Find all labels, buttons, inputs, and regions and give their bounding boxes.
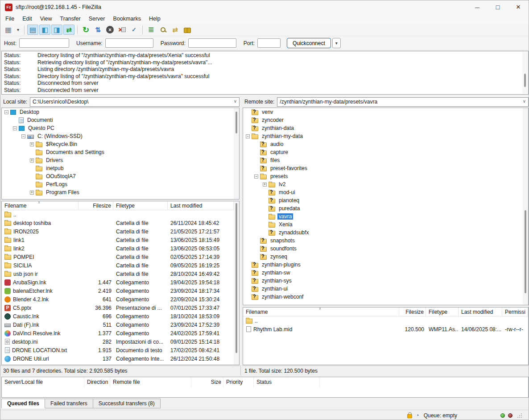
queue-column-priority[interactable]: Priority — [223, 377, 254, 388]
tree-item-inetpub[interactable]: inetpub — [2, 164, 239, 172]
collapse-icon[interactable] — [4, 110, 8, 114]
port-input[interactable] — [257, 38, 281, 48]
file-row-arubasign-lnk[interactable]: ArubaSign.lnk1.447Collegamento19/04/2025… — [2, 278, 239, 287]
quickconnect-dropdown-button[interactable] — [332, 38, 341, 48]
file-row-item[interactable]: .. — [2, 210, 239, 219]
file-row-rhythm-lab-mid[interactable]: Rhythm Lab.mid120.500WMP11.As...14/06/20… — [243, 325, 528, 333]
file-row-desktop-toshiba[interactable]: desktop toshibaCartella di file26/11/202… — [2, 219, 239, 227]
tree-item-soundfonts[interactable]: soundfonts — [243, 245, 528, 253]
column-header-filesize[interactable]: Filesize — [79, 201, 113, 210]
tree-item-capture[interactable]: capture — [243, 148, 528, 156]
menu-view[interactable]: View — [36, 14, 56, 23]
column-header-last-modified[interactable]: Last modified — [459, 308, 502, 316]
toggle-message-log-button[interactable] — [27, 25, 38, 35]
column-header-filetype[interactable]: Filetype — [113, 201, 168, 210]
column-header-filetype[interactable]: Filetype — [426, 308, 459, 316]
quickconnect-button[interactable]: Quickconnect — [287, 38, 331, 48]
tree-item-zynthian-plugins[interactable]: zynthian-plugins — [243, 261, 528, 269]
directory-filter-button[interactable] — [145, 25, 157, 35]
remote-tree-scrollbar[interactable] — [523, 108, 528, 305]
queue-column-status[interactable]: Status — [254, 377, 320, 388]
tree-item-zynthian-sw[interactable]: zynthian-sw — [243, 269, 528, 277]
collapse-icon[interactable] — [13, 126, 17, 130]
menu-file[interactable]: File — [1, 14, 18, 23]
tree-item-puredata[interactable]: puredata — [243, 204, 528, 212]
tree-item-zynthian-data[interactable]: zynthian-data — [243, 124, 528, 132]
local-list-scrollbar[interactable] — [234, 201, 239, 365]
collapse-icon[interactable] — [21, 134, 25, 138]
column-header-permissi[interactable]: Permissi — [502, 308, 528, 316]
tree-item-pianoteq[interactable]: pianoteq — [243, 196, 528, 204]
reconnect-button[interactable] — [128, 25, 140, 35]
column-header-filename[interactable]: Filename — [243, 308, 399, 316]
toggle-local-tree-button[interactable] — [39, 25, 50, 35]
host-input[interactable] — [19, 38, 69, 48]
file-row-c5-pptx[interactable]: C5.pptx36.396Presentazione di ...07/01/2… — [2, 304, 239, 312]
tree-item-perflogs[interactable]: PerfLogs — [2, 180, 239, 188]
toggle-remote-tree-button[interactable] — [51, 25, 62, 35]
tree-item-lv2[interactable]: lv2 — [243, 180, 528, 188]
file-row-item[interactable]: .. — [243, 316, 528, 325]
tab-queued-files[interactable]: Queued files — [1, 399, 45, 408]
expand-icon[interactable] — [263, 183, 267, 187]
tree-item-zynthian-my-data[interactable]: zynthian-my-data — [243, 132, 528, 140]
tree-item-documents-and-settings[interactable]: Documents and Settings — [2, 148, 239, 156]
password-input[interactable] — [188, 38, 236, 48]
menu-server[interactable]: Server — [85, 14, 109, 23]
file-row-link1[interactable]: link1Cartella di file13/06/2025 18:15:49 — [2, 236, 239, 244]
tree-item-audio[interactable]: audio — [243, 140, 528, 148]
tree-item-desktop[interactable]: Desktop — [2, 108, 239, 116]
username-input[interactable] — [105, 38, 153, 48]
tree-item-zynthian-webconf[interactable]: zynthian-webconf — [243, 293, 528, 301]
file-row-balenaetcher-lnk[interactable]: balenaEtcher.lnk2.419Collegamento23/09/2… — [2, 287, 239, 295]
queue-column-direction[interactable]: Direction — [84, 377, 110, 388]
column-header-filename[interactable]: Filename — [2, 201, 79, 210]
tab-failed-transfers[interactable]: Failed transfers — [45, 399, 93, 408]
tree-item-preset-favorites[interactable]: preset-favorites — [243, 164, 528, 172]
column-header-filesize[interactable]: Filesize — [399, 308, 426, 316]
tree-item-program-files[interactable]: Program Files — [2, 188, 239, 196]
find-files-button[interactable] — [182, 25, 193, 35]
collapse-icon[interactable] — [254, 175, 258, 179]
tree-item-c-windows-ssd[interactable]: C: (Windows-SSD) — [2, 132, 239, 140]
queue-column-server-local-file[interactable]: Server/Local file — [2, 377, 84, 388]
file-row-sicilia[interactable]: SICILIACartella di file09/05/2025 16:19:… — [2, 261, 239, 270]
queue-column-remote-file[interactable]: Remote file — [110, 377, 191, 388]
tree-item-zynthian-sys[interactable]: zynthian-sys — [243, 277, 528, 285]
menu-help[interactable]: Help — [145, 14, 165, 23]
resize-grip[interactable] — [517, 413, 522, 418]
file-row-iron2025[interactable]: IRON2025Cartella di file21/05/2025 17:21… — [2, 227, 239, 236]
file-row-drone-location-txt[interactable]: DRONE LOCATION.txt1.915Documento di test… — [2, 346, 239, 354]
log-scrollbar[interactable] — [522, 52, 528, 94]
tree-item-documenti[interactable]: Documenti — [2, 116, 239, 124]
tree-item-questo-pc[interactable]: Questo PC — [2, 124, 239, 132]
file-row-blender-4-2-lnk[interactable]: Blender 4.2.lnk641Collegamento22/09/2024… — [2, 295, 239, 304]
remote-site-combobox[interactable]: /zynthian/zynthian-my-data/presets/vavra — [277, 97, 529, 107]
file-row-pompei[interactable]: POMPEICartella di file02/05/2025 17:14:3… — [2, 253, 239, 261]
expand-icon[interactable] — [30, 142, 34, 146]
tree-item-files[interactable]: files — [243, 156, 528, 164]
expand-icon[interactable] — [30, 158, 34, 162]
synchronized-browsing-button[interactable] — [169, 25, 181, 35]
tree-item-drivers[interactable]: Drivers — [2, 156, 239, 164]
site-manager-dropdown-button[interactable] — [15, 25, 21, 35]
tab-successful-transfers-8[interactable]: Successful transfers (8) — [93, 399, 161, 408]
site-manager-button[interactable] — [3, 25, 14, 35]
close-button[interactable] — [508, 0, 529, 14]
directory-compare-button[interactable] — [157, 25, 169, 35]
file-row-usb-json-ir[interactable]: usb json irCartella di file28/10/2024 16… — [2, 270, 239, 278]
cancel-button[interactable] — [104, 25, 116, 35]
column-header-last-modified[interactable]: Last modified — [168, 201, 234, 210]
tree-item-zynaddsubfx[interactable]: zynaddsubfx — [243, 229, 528, 237]
collapse-icon[interactable] — [246, 134, 250, 138]
file-row-davinci-resolve-lnk[interactable]: DaVinci Resolve.lnk1.377Collegamento24/0… — [2, 329, 239, 337]
tree-item-xenia[interactable]: Xenia — [243, 220, 528, 229]
file-row-desktop-ini[interactable]: desktop.ini282Impostazioni di co...09/01… — [2, 337, 239, 346]
queue-column-size[interactable]: Size — [191, 377, 223, 388]
local-tree-scrollbar[interactable] — [234, 108, 239, 199]
disconnect-button[interactable] — [116, 25, 128, 35]
tree-item-zynseq[interactable]: zynseq — [243, 253, 528, 261]
menu-bookmarks[interactable]: Bookmarks — [109, 14, 145, 23]
tree-item-snapshots[interactable]: snapshots — [243, 237, 528, 245]
file-row-drone-util-url[interactable]: DRONE Util.url137Collegamento Inte...26/… — [2, 354, 239, 363]
